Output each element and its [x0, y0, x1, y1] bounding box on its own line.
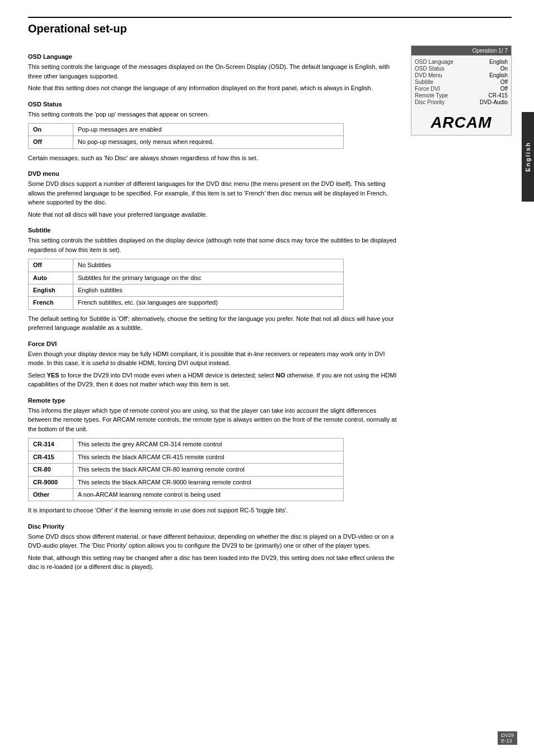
info-value-remote-type: CR-415 — [489, 92, 508, 99]
osd-on-key: On — [29, 124, 73, 136]
osd-off-key: Off — [29, 136, 73, 148]
remote-type-note: It is important to choose 'Other' if the… — [28, 506, 400, 515]
osd-on-value: Pop-up messages are enabled — [73, 124, 344, 136]
top-divider — [28, 17, 512, 18]
info-label-remote-type: Remote Type — [415, 92, 448, 99]
info-row-osd-language: OSD Language English — [415, 59, 508, 65]
table-row: CR-415 This selects the black ARCAM CR-4… — [29, 451, 344, 463]
info-row-force-dvi: Force DVI Off — [415, 86, 508, 92]
page-title: Operational set-up — [28, 22, 512, 35]
content-area: OSD Language This setting controls the l… — [28, 45, 400, 575]
info-label-osd-language: OSD Language — [415, 59, 453, 65]
other-value: A non-ARCAM learning remote control is b… — [73, 488, 344, 501]
cr9000-key: CR-9000 — [29, 476, 73, 488]
osd-status-text: This setting controls the 'pop up' messa… — [28, 110, 400, 119]
table-row: French French subtitles, etc. (six langu… — [29, 297, 344, 309]
section-force-dvi: Force DVI Even though your display devic… — [28, 340, 400, 389]
table-row: Off No Subtitles — [29, 259, 344, 272]
info-value-osd-status: On — [500, 66, 508, 72]
osd-language-heading: OSD Language — [28, 53, 400, 60]
table-row: Other A non-ARCAM learning remote contro… — [29, 488, 344, 501]
info-label-subtitle: Subtitle — [415, 79, 433, 85]
info-label-osd-status: OSD Status — [415, 66, 444, 72]
cr314-value: This selects the grey ARCAM CR-314 remot… — [73, 438, 344, 451]
subtitle-note: The default setting for Subtitle is 'Off… — [28, 314, 400, 333]
info-box-header: Operation 1/ 7 — [411, 46, 511, 55]
disc-priority-heading: Disc Priority — [28, 523, 400, 530]
info-row-disc-priority: Disc Priority DVD-Audio — [415, 99, 508, 105]
subtitle-english-key: English — [29, 284, 73, 297]
subtitle-french-value: French subtitles, etc. (six languages ar… — [73, 297, 344, 309]
other-key: Other — [29, 488, 73, 501]
section-subtitle: Subtitle This setting controls the subti… — [28, 227, 400, 333]
table-row: CR-80 This selects the black ARCAM CR-80… — [29, 464, 344, 476]
info-label-dvd-menu: DVD Menu — [415, 72, 442, 78]
remote-type-text: This informs the player which type of re… — [28, 406, 400, 434]
arcam-logo: ARCAM — [411, 109, 511, 135]
subtitle-off-value: No Subtitles — [73, 259, 344, 272]
table-row: On Pop-up messages are enabled — [29, 124, 344, 136]
no-bold: NO — [276, 372, 285, 379]
info-box-body: OSD Language English OSD Status On DVD M… — [411, 55, 511, 109]
dvd-menu-text2: Note that not all discs will have your p… — [28, 210, 400, 220]
subtitle-table: Off No Subtitles Auto Subtitles for the … — [28, 259, 344, 310]
cr314-key: CR-314 — [29, 438, 73, 451]
section-dvd-menu: DVD menu Some DVD discs support a number… — [28, 170, 400, 219]
bottom-page-indicator: DV29 E-13 — [498, 731, 517, 745]
info-box: Operation 1/ 7 OSD Language English OSD … — [411, 45, 512, 575]
bottom-indicator-line1: DV29 — [501, 732, 514, 738]
side-tab: English — [522, 112, 534, 202]
cr415-value: This selects the black ARCAM CR-415 remo… — [73, 451, 344, 463]
table-row: Auto Subtitles for the primary language … — [29, 272, 344, 284]
info-row-remote-type: Remote Type CR-415 — [415, 92, 508, 99]
info-box-inner: Operation 1/ 7 OSD Language English OSD … — [411, 45, 512, 136]
cr415-key: CR-415 — [29, 451, 73, 463]
cr9000-value: This selects the black ARCAM CR-9000 lea… — [73, 476, 344, 488]
force-dvi-text2: Select YES to force the DV29 into DVI mo… — [28, 371, 400, 389]
subtitle-text: This setting controls the subtitles disp… — [28, 236, 400, 254]
info-row-osd-status: OSD Status On — [415, 66, 508, 72]
bottom-indicator-line2: E-13 — [501, 738, 514, 744]
osd-language-text1: This setting controls the language of th… — [28, 62, 400, 81]
table-row: CR-9000 This selects the black ARCAM CR-… — [29, 476, 344, 488]
info-row-subtitle: Subtitle Off — [415, 79, 508, 85]
info-value-disc-priority: DVD-Audio — [480, 99, 508, 105]
section-remote-type: Remote type This informs the player whic… — [28, 397, 400, 515]
osd-status-note: Certain messages, such as 'No Disc' are … — [28, 153, 400, 163]
subtitle-auto-key: Auto — [29, 272, 73, 284]
side-tab-label: English — [524, 142, 531, 172]
section-disc-priority: Disc Priority Some DVD discs show differ… — [28, 523, 400, 572]
table-row: English English subtitles — [29, 284, 344, 297]
info-value-force-dvi: Off — [500, 86, 508, 92]
force-dvi-heading: Force DVI — [28, 340, 400, 347]
osd-off-value: No pop-up messages, only menus when requ… — [73, 136, 344, 148]
page-container: English Operational set-up OSD Language … — [0, 0, 534, 756]
disc-priority-text1: Some DVD discs show different material, … — [28, 532, 400, 550]
table-row: Off No pop-up messages, only menus when … — [29, 136, 344, 148]
info-value-dvd-menu: English — [489, 72, 508, 78]
main-layout: OSD Language This setting controls the l… — [28, 45, 512, 575]
disc-priority-text2: Note that, although this setting may be … — [28, 553, 400, 572]
yes-bold: YES — [47, 372, 59, 379]
remote-type-table: CR-314 This selects the grey ARCAM CR-31… — [28, 438, 344, 501]
table-row: CR-314 This selects the grey ARCAM CR-31… — [29, 438, 344, 451]
cr80-value: This selects the black ARCAM CR-80 learn… — [73, 464, 344, 476]
dvd-menu-text1: Some DVD discs support a number of diffe… — [28, 179, 400, 207]
cr80-key: CR-80 — [29, 464, 73, 476]
osd-language-text2: Note that this setting does not change t… — [28, 83, 400, 93]
subtitle-auto-value: Subtitles for the primary language on th… — [73, 272, 344, 284]
section-osd-language: OSD Language This setting controls the l… — [28, 53, 400, 93]
info-value-subtitle: Off — [500, 79, 508, 85]
info-row-dvd-menu: DVD Menu English — [415, 72, 508, 78]
section-osd-status: OSD Status This setting controls the 'po… — [28, 101, 400, 163]
subtitle-english-value: English subtitles — [73, 284, 344, 297]
subtitle-french-key: French — [29, 297, 73, 309]
info-label-force-dvi: Force DVI — [415, 86, 440, 92]
subtitle-off-key: Off — [29, 259, 73, 272]
info-value-osd-language: English — [489, 59, 508, 65]
force-dvi-text1: Even though your display device may be f… — [28, 349, 400, 368]
info-label-disc-priority: Disc Priority — [415, 99, 444, 105]
osd-status-heading: OSD Status — [28, 101, 400, 108]
dvd-menu-heading: DVD menu — [28, 170, 400, 177]
subtitle-heading: Subtitle — [28, 227, 400, 234]
